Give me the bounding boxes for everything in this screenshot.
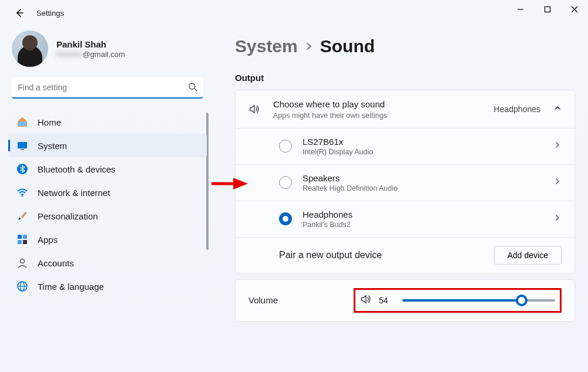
device-name: Headphones — [303, 209, 543, 219]
output-device-row[interactable]: Headphones Pankil's Buds2 — [236, 201, 574, 237]
minimize-button[interactable] — [507, 0, 534, 19]
profile-block[interactable]: Pankil Shah ••••••••@gmail.com — [8, 31, 207, 67]
svg-rect-16 — [23, 240, 27, 244]
svg-rect-8 — [18, 142, 27, 148]
sidebar-item-label: Bluetooth & devices — [38, 164, 116, 174]
pair-device-label: Pair a new output device — [279, 250, 382, 261]
chevron-right-icon — [553, 177, 562, 188]
volume-slider[interactable] — [402, 295, 555, 306]
volume-value: 54 — [379, 296, 395, 305]
speaker-icon[interactable] — [360, 293, 372, 307]
time-icon — [16, 280, 28, 292]
sidebar-item-accounts[interactable]: Accounts — [8, 251, 207, 275]
device-name: LS27B61x — [303, 137, 543, 147]
window-controls — [507, 0, 588, 19]
radio-checked[interactable] — [279, 212, 292, 225]
sidebar: Pankil Shah ••••••••@gmail.com Home — [0, 19, 211, 367]
chevron-right-icon — [553, 141, 562, 151]
chevron-right-icon — [305, 42, 313, 53]
close-button[interactable] — [561, 0, 588, 19]
volume-control-highlight: 54 — [354, 288, 562, 313]
breadcrumb-parent[interactable]: System — [235, 36, 298, 56]
device-sub: Pankil's Buds2 — [303, 221, 543, 229]
choose-output-title: Choose where to play sound — [273, 99, 387, 110]
device-sub: Intel(R) Display Audio — [303, 148, 543, 156]
output-device-row[interactable]: LS27B61x Intel(R) Display Audio — [236, 128, 574, 164]
breadcrumb-current: Sound — [320, 36, 375, 56]
svg-rect-13 — [18, 235, 22, 239]
main-content: System Sound Output Choose where to play… — [211, 19, 588, 367]
sidebar-item-label: Personalization — [38, 211, 98, 221]
network-icon — [16, 187, 28, 198]
svg-point-17 — [21, 259, 25, 263]
svg-point-5 — [189, 83, 195, 89]
device-name: Speakers — [303, 173, 543, 183]
nav-list: Home System Bluetooth & devices Network … — [8, 110, 207, 298]
svg-line-6 — [194, 89, 197, 91]
svg-rect-14 — [23, 235, 27, 239]
home-icon — [16, 116, 28, 128]
sidebar-item-bluetooth[interactable]: Bluetooth & devices — [8, 157, 207, 181]
sidebar-item-personalization[interactable]: Personalization — [8, 204, 207, 228]
chevron-up-icon — [553, 104, 562, 114]
sidebar-item-label: System — [38, 141, 67, 151]
title-bar: Settings — [0, 0, 588, 19]
svg-rect-9 — [21, 149, 24, 150]
choose-output-sub: Apps might have their own settings — [273, 111, 387, 120]
sidebar-item-label: Apps — [38, 235, 58, 245]
output-card: Choose where to play sound Apps might ha… — [235, 90, 575, 273]
search-icon — [188, 82, 197, 94]
device-sub: Realtek High Definition Audio — [303, 184, 543, 192]
avatar — [12, 31, 48, 67]
sidebar-item-label: Network & internet — [38, 188, 110, 198]
apps-icon — [16, 234, 28, 245]
svg-rect-7 — [18, 121, 26, 126]
sidebar-item-label: Accounts — [38, 258, 74, 268]
svg-rect-12 — [21, 212, 26, 218]
output-device-row[interactable]: Speakers Realtek High Definition Audio — [236, 164, 574, 201]
chevron-right-icon — [553, 214, 562, 224]
sidebar-item-time[interactable]: Time & language — [8, 275, 207, 298]
section-output-label: Output — [235, 73, 575, 83]
system-icon — [16, 140, 28, 151]
choose-output-value: Headphones — [494, 104, 540, 114]
nav-scrollbar[interactable] — [206, 113, 209, 250]
svg-rect-15 — [18, 240, 22, 244]
bluetooth-icon — [16, 163, 28, 175]
accounts-icon — [16, 257, 28, 269]
app-title: Settings — [36, 9, 64, 18]
radio-unchecked[interactable] — [279, 140, 292, 153]
sidebar-item-network[interactable]: Network & internet — [8, 181, 207, 204]
speaker-icon — [248, 103, 260, 115]
volume-label: Volume — [248, 295, 278, 305]
profile-name: Pankil Shah — [56, 39, 125, 50]
sidebar-item-label: Home — [38, 117, 61, 127]
sidebar-item-system[interactable]: System — [8, 134, 207, 157]
sidebar-item-apps[interactable]: Apps — [8, 228, 207, 251]
pair-device-row: Pair a new output device Add device — [236, 237, 574, 273]
svg-rect-1 — [545, 7, 550, 12]
choose-output-row[interactable]: Choose where to play sound Apps might ha… — [236, 90, 574, 128]
volume-card: Volume 54 — [235, 279, 575, 322]
back-button[interactable] — [13, 7, 25, 19]
radio-unchecked[interactable] — [279, 176, 292, 189]
sidebar-item-home[interactable]: Home — [8, 110, 207, 134]
maximize-button[interactable] — [534, 0, 561, 19]
add-device-button[interactable]: Add device — [494, 246, 562, 265]
search-input[interactable] — [12, 77, 203, 99]
sidebar-item-label: Time & language — [38, 282, 104, 292]
profile-email: ••••••••@gmail.com — [56, 50, 125, 59]
svg-point-11 — [22, 195, 23, 197]
breadcrumb: System Sound — [235, 36, 575, 56]
personalization-icon — [16, 210, 28, 222]
